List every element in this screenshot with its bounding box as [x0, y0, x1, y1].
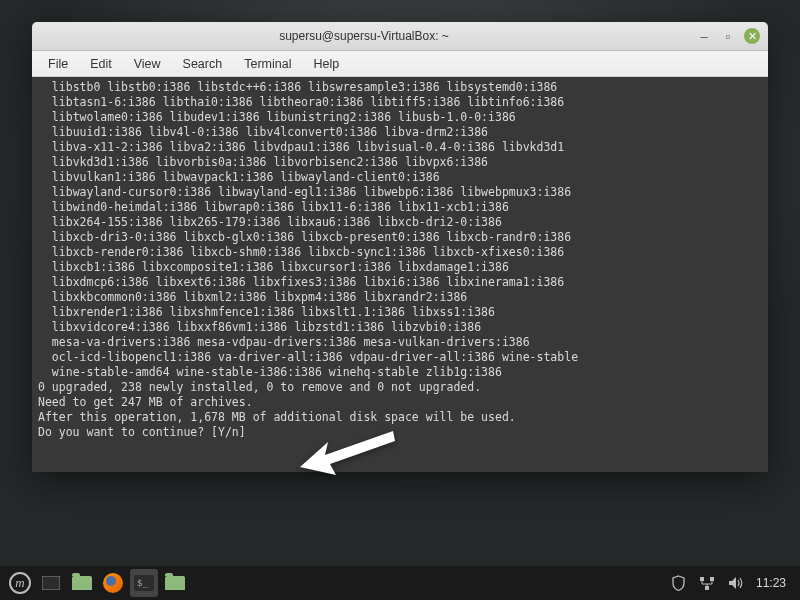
menu-view[interactable]: View — [124, 54, 171, 74]
menu-search[interactable]: Search — [173, 54, 233, 74]
maximize-button[interactable]: ▫ — [720, 28, 736, 44]
menubar: File Edit View Search Terminal Help — [32, 51, 768, 77]
network-icon[interactable] — [699, 576, 715, 591]
taskbar-firefox[interactable] — [99, 569, 127, 597]
window-title: supersu@supersu-VirtualBox: ~ — [40, 29, 688, 43]
terminal-output[interactable]: libstb0 libstb0:i386 libstdc++6:i386 lib… — [32, 77, 768, 472]
close-button[interactable]: ✕ — [744, 28, 760, 44]
menu-edit[interactable]: Edit — [80, 54, 122, 74]
taskbar-terminal[interactable]: $_ — [130, 569, 158, 597]
menu-terminal[interactable]: Terminal — [234, 54, 301, 74]
svg-rect-1 — [42, 576, 60, 590]
svg-rect-4 — [705, 586, 709, 590]
volume-icon[interactable] — [728, 576, 744, 590]
minimize-button[interactable]: – — [696, 28, 712, 44]
taskbar-files[interactable] — [68, 569, 96, 597]
menu-button[interactable]: m — [6, 569, 34, 597]
svg-rect-3 — [710, 577, 714, 581]
taskbar-files-open[interactable] — [161, 569, 189, 597]
shield-icon[interactable] — [671, 575, 686, 591]
menu-file[interactable]: File — [38, 54, 78, 74]
svg-rect-2 — [700, 577, 704, 581]
menu-help[interactable]: Help — [303, 54, 349, 74]
clock[interactable]: 11:23 — [756, 576, 786, 590]
titlebar[interactable]: supersu@supersu-VirtualBox: ~ – ▫ ✕ — [32, 22, 768, 51]
taskbar: m $_ 11:23 — [0, 566, 800, 600]
show-desktop-button[interactable] — [37, 569, 65, 597]
terminal-window: supersu@supersu-VirtualBox: ~ – ▫ ✕ File… — [32, 22, 768, 472]
